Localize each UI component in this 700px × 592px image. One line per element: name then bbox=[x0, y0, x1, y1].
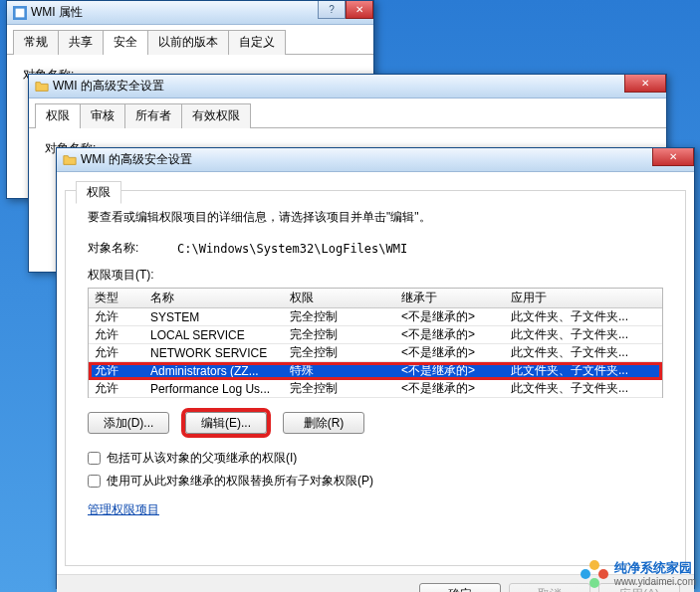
col-perm[interactable]: 权限 bbox=[284, 290, 395, 306]
cell: 完全控制 bbox=[284, 344, 395, 361]
win2-close-button[interactable]: ✕ bbox=[624, 75, 666, 93]
objname-label: 对象名称: bbox=[88, 240, 177, 257]
inner-tab-perm[interactable]: 权限 bbox=[76, 181, 121, 204]
col-type[interactable]: 类型 bbox=[89, 290, 144, 306]
window2-title: WMI 的高级安全设置 bbox=[53, 78, 164, 95]
ok-button[interactable]: 确定 bbox=[419, 583, 501, 592]
remove-button[interactable]: 删除(R) bbox=[283, 412, 364, 434]
tab-custom[interactable]: 自定义 bbox=[228, 30, 286, 55]
cell: 完全控制 bbox=[284, 308, 395, 325]
cell: 允许 bbox=[89, 380, 144, 397]
col-apply[interactable]: 应用于 bbox=[505, 290, 662, 306]
cell: Performance Log Us... bbox=[144, 382, 284, 396]
win3-close-button[interactable]: ✕ bbox=[652, 148, 694, 166]
cell: 允许 bbox=[89, 344, 144, 361]
folder-icon bbox=[35, 80, 49, 94]
window1-title: WMI 属性 bbox=[31, 4, 83, 21]
cell: 允许 bbox=[89, 326, 144, 343]
tab-effective[interactable]: 有效权限 bbox=[181, 103, 251, 128]
inherit-checkbox-row[interactable]: 包括可从该对象的父项继承的权限(I) bbox=[88, 450, 663, 467]
folder-icon bbox=[63, 153, 77, 167]
permitems-label: 权限项目(T): bbox=[88, 267, 663, 284]
intro-text: 要查看或编辑权限项目的详细信息，请选择该项目并单击"编辑"。 bbox=[88, 209, 663, 226]
tab-owner[interactable]: 所有者 bbox=[124, 103, 182, 128]
app-icon bbox=[13, 6, 27, 20]
cell: Administrators (ZZ... bbox=[144, 364, 284, 378]
table-row[interactable]: 允许Performance Log Us...完全控制<不是继承的>此文件夹、子… bbox=[89, 380, 662, 398]
replace-checkbox[interactable] bbox=[88, 475, 101, 488]
tab-audit[interactable]: 审核 bbox=[80, 103, 125, 128]
cell: <不是继承的> bbox=[395, 326, 505, 343]
watermark-brand: 纯净系统家园 bbox=[614, 561, 696, 575]
tab-previous[interactable]: 以前的版本 bbox=[147, 30, 229, 55]
col-inherit[interactable]: 继承于 bbox=[395, 290, 505, 306]
window3-title: WMI 的高级安全设置 bbox=[81, 151, 192, 168]
inherit-label: 包括可从该对象的父项继承的权限(I) bbox=[107, 450, 297, 467]
replace-checkbox-row[interactable]: 使用可从此对象继承的权限替换所有子对象权限(P) bbox=[88, 473, 663, 490]
table-row[interactable]: 允许LOCAL SERVICE完全控制<不是继承的>此文件夹、子文件夹... bbox=[89, 326, 662, 344]
cell: 允许 bbox=[89, 308, 144, 325]
cell: 此文件夹、子文件夹... bbox=[505, 326, 662, 343]
cancel-button[interactable]: 取消 bbox=[509, 583, 590, 592]
watermark-logo bbox=[581, 560, 608, 588]
cell: LOCAL SERVICE bbox=[144, 328, 284, 342]
cell: 此文件夹、子文件夹... bbox=[505, 380, 662, 397]
objname-value: C:\Windows\System32\LogFiles\WMI bbox=[177, 242, 407, 256]
watermark-url: www.yidaimei.com bbox=[614, 576, 696, 587]
cell: 此文件夹、子文件夹... bbox=[505, 308, 662, 325]
cell: <不是继承的> bbox=[395, 380, 505, 397]
tab-perm[interactable]: 权限 bbox=[35, 103, 81, 128]
table-header: 类型 名称 权限 继承于 应用于 bbox=[89, 289, 662, 308]
cell: SYSTEM bbox=[144, 310, 284, 324]
cell: <不是继承的> bbox=[395, 308, 505, 325]
cell: 特殊 bbox=[284, 362, 395, 379]
svg-rect-1 bbox=[16, 8, 25, 17]
cell: NETWORK SERVICE bbox=[144, 346, 284, 360]
tab-share[interactable]: 共享 bbox=[58, 30, 104, 55]
add-button[interactable]: 添加(D)... bbox=[88, 412, 169, 434]
perm-table[interactable]: 类型 名称 权限 继承于 应用于 允许SYSTEM完全控制<不是继承的>此文件夹… bbox=[88, 288, 663, 398]
table-row[interactable]: 允许SYSTEM完全控制<不是继承的>此文件夹、子文件夹... bbox=[89, 308, 662, 326]
tab-security[interactable]: 安全 bbox=[103, 30, 148, 55]
manage-perm-link[interactable]: 管理权限项目 bbox=[88, 502, 159, 516]
tab-general[interactable]: 常规 bbox=[13, 30, 59, 55]
cell: 此文件夹、子文件夹... bbox=[505, 362, 662, 379]
table-row[interactable]: 允许NETWORK SERVICE完全控制<不是继承的>此文件夹、子文件夹... bbox=[89, 344, 662, 362]
win1-close-button[interactable]: ✕ bbox=[346, 1, 373, 19]
table-row[interactable]: 允许Administrators (ZZ...特殊<不是继承的>此文件夹、子文件… bbox=[89, 362, 662, 380]
replace-label: 使用可从此对象继承的权限替换所有子对象权限(P) bbox=[107, 473, 373, 490]
watermark: 纯净系统家园 www.yidaimei.com bbox=[581, 560, 696, 588]
edit-button[interactable]: 编辑(E)... bbox=[185, 412, 267, 434]
cell: 允许 bbox=[89, 362, 144, 379]
win1-help-button[interactable]: ? bbox=[318, 1, 346, 19]
col-name[interactable]: 名称 bbox=[144, 290, 284, 306]
cell: 完全控制 bbox=[284, 380, 395, 397]
cell: <不是继承的> bbox=[395, 344, 505, 361]
cell: 此文件夹、子文件夹... bbox=[505, 344, 662, 361]
win2-tabstrip: 权限 审核 所有者 有效权限 bbox=[29, 99, 666, 128]
win1-tabstrip: 常规 共享 安全 以前的版本 自定义 bbox=[7, 25, 373, 55]
inherit-checkbox[interactable] bbox=[88, 452, 101, 465]
cell: 完全控制 bbox=[284, 326, 395, 343]
cell: <不是继承的> bbox=[395, 362, 505, 379]
